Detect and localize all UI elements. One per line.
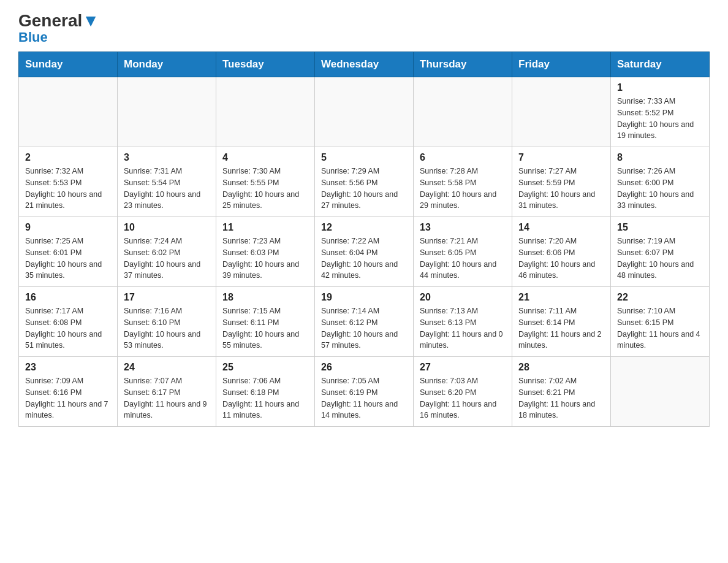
calendar-cell: 14Sunrise: 7:20 AM Sunset: 6:06 PM Dayli… [512, 217, 611, 287]
day-number: 4 [222, 152, 308, 163]
calendar-cell: 10Sunrise: 7:24 AM Sunset: 6:02 PM Dayli… [118, 217, 216, 287]
calendar-week-row: 16Sunrise: 7:17 AM Sunset: 6:08 PM Dayli… [19, 287, 710, 357]
calendar-header-wednesday: Wednesday [315, 52, 414, 77]
day-number: 23 [25, 362, 111, 373]
calendar-cell [611, 357, 710, 427]
calendar-cell: 2Sunrise: 7:32 AM Sunset: 5:53 PM Daylig… [19, 147, 118, 217]
calendar-cell: 18Sunrise: 7:15 AM Sunset: 6:11 PM Dayli… [216, 287, 315, 357]
calendar-week-row: 2Sunrise: 7:32 AM Sunset: 5:53 PM Daylig… [19, 147, 710, 217]
day-info: Sunrise: 7:09 AM Sunset: 6:16 PM Dayligh… [25, 375, 111, 421]
day-number: 10 [124, 222, 210, 233]
calendar-cell: 15Sunrise: 7:19 AM Sunset: 6:07 PM Dayli… [611, 217, 710, 287]
day-number: 26 [321, 362, 407, 373]
calendar-header-saturday: Saturday [611, 52, 710, 77]
day-number: 11 [222, 222, 308, 233]
calendar-header-sunday: Sunday [19, 52, 118, 77]
day-number: 25 [222, 362, 308, 373]
day-number: 21 [518, 292, 604, 303]
day-number: 2 [25, 152, 111, 163]
calendar-cell: 6Sunrise: 7:28 AM Sunset: 5:58 PM Daylig… [414, 147, 512, 217]
day-info: Sunrise: 7:32 AM Sunset: 5:53 PM Dayligh… [25, 166, 111, 212]
calendar-cell: 12Sunrise: 7:22 AM Sunset: 6:04 PM Dayli… [315, 217, 414, 287]
day-info: Sunrise: 7:06 AM Sunset: 6:18 PM Dayligh… [222, 375, 308, 421]
logo: General▼ Blue [18, 12, 99, 45]
calendar-cell [216, 77, 315, 147]
day-info: Sunrise: 7:26 AM Sunset: 6:00 PM Dayligh… [617, 166, 703, 212]
day-info: Sunrise: 7:28 AM Sunset: 5:58 PM Dayligh… [420, 166, 506, 212]
calendar-header-tuesday: Tuesday [216, 52, 315, 77]
calendar-week-row: 23Sunrise: 7:09 AM Sunset: 6:16 PM Dayli… [19, 357, 710, 427]
calendar-cell: 16Sunrise: 7:17 AM Sunset: 6:08 PM Dayli… [19, 287, 118, 357]
calendar-week-row: 9Sunrise: 7:25 AM Sunset: 6:01 PM Daylig… [19, 217, 710, 287]
day-number: 12 [321, 222, 407, 233]
day-info: Sunrise: 7:11 AM Sunset: 6:14 PM Dayligh… [518, 305, 604, 351]
day-number: 28 [518, 362, 604, 373]
logo-triangle-icon: ▼ [82, 11, 99, 30]
day-info: Sunrise: 7:30 AM Sunset: 5:55 PM Dayligh… [222, 166, 308, 212]
page-header: General▼ Blue [18, 12, 710, 45]
calendar-cell: 8Sunrise: 7:26 AM Sunset: 6:00 PM Daylig… [611, 147, 710, 217]
day-info: Sunrise: 7:25 AM Sunset: 6:01 PM Dayligh… [25, 236, 111, 282]
calendar-table: SundayMondayTuesdayWednesdayThursdayFrid… [18, 52, 710, 427]
calendar-header-row: SundayMondayTuesdayWednesdayThursdayFrid… [19, 52, 710, 77]
day-number: 1 [617, 82, 703, 93]
day-info: Sunrise: 7:24 AM Sunset: 6:02 PM Dayligh… [124, 236, 210, 282]
day-info: Sunrise: 7:13 AM Sunset: 6:13 PM Dayligh… [420, 305, 506, 351]
calendar-cell: 20Sunrise: 7:13 AM Sunset: 6:13 PM Dayli… [414, 287, 512, 357]
day-info: Sunrise: 7:14 AM Sunset: 6:12 PM Dayligh… [321, 305, 407, 351]
calendar-cell: 17Sunrise: 7:16 AM Sunset: 6:10 PM Dayli… [118, 287, 216, 357]
calendar-cell: 11Sunrise: 7:23 AM Sunset: 6:03 PM Dayli… [216, 217, 315, 287]
day-info: Sunrise: 7:17 AM Sunset: 6:08 PM Dayligh… [25, 305, 111, 351]
day-info: Sunrise: 7:31 AM Sunset: 5:54 PM Dayligh… [124, 166, 210, 212]
day-number: 16 [25, 292, 111, 303]
day-info: Sunrise: 7:15 AM Sunset: 6:11 PM Dayligh… [222, 305, 308, 351]
day-number: 27 [420, 362, 506, 373]
calendar-cell: 22Sunrise: 7:10 AM Sunset: 6:15 PM Dayli… [611, 287, 710, 357]
calendar-cell [414, 77, 512, 147]
calendar-cell [19, 77, 118, 147]
day-number: 8 [617, 152, 703, 163]
calendar-cell: 21Sunrise: 7:11 AM Sunset: 6:14 PM Dayli… [512, 287, 611, 357]
day-info: Sunrise: 7:29 AM Sunset: 5:56 PM Dayligh… [321, 166, 407, 212]
logo-general-text: General▼ [18, 12, 99, 29]
day-number: 13 [420, 222, 506, 233]
day-number: 17 [124, 292, 210, 303]
day-info: Sunrise: 7:07 AM Sunset: 6:17 PM Dayligh… [124, 375, 210, 421]
calendar-cell: 19Sunrise: 7:14 AM Sunset: 6:12 PM Dayli… [315, 287, 414, 357]
logo-blue-text: Blue [18, 29, 48, 45]
day-number: 7 [518, 152, 604, 163]
day-number: 9 [25, 222, 111, 233]
calendar-cell: 7Sunrise: 7:27 AM Sunset: 5:59 PM Daylig… [512, 147, 611, 217]
day-number: 22 [617, 292, 703, 303]
day-info: Sunrise: 7:22 AM Sunset: 6:04 PM Dayligh… [321, 236, 407, 282]
calendar-cell: 13Sunrise: 7:21 AM Sunset: 6:05 PM Dayli… [414, 217, 512, 287]
calendar-cell: 1Sunrise: 7:33 AM Sunset: 5:52 PM Daylig… [611, 77, 710, 147]
calendar-cell [315, 77, 414, 147]
day-number: 15 [617, 222, 703, 233]
day-number: 6 [420, 152, 506, 163]
calendar-cell: 3Sunrise: 7:31 AM Sunset: 5:54 PM Daylig… [118, 147, 216, 217]
day-number: 3 [124, 152, 210, 163]
calendar-cell: 28Sunrise: 7:02 AM Sunset: 6:21 PM Dayli… [512, 357, 611, 427]
calendar-cell: 26Sunrise: 7:05 AM Sunset: 6:19 PM Dayli… [315, 357, 414, 427]
calendar-cell: 9Sunrise: 7:25 AM Sunset: 6:01 PM Daylig… [19, 217, 118, 287]
day-number: 24 [124, 362, 210, 373]
day-number: 5 [321, 152, 407, 163]
calendar-cell: 24Sunrise: 7:07 AM Sunset: 6:17 PM Dayli… [118, 357, 216, 427]
day-info: Sunrise: 7:19 AM Sunset: 6:07 PM Dayligh… [617, 236, 703, 282]
calendar-cell: 27Sunrise: 7:03 AM Sunset: 6:20 PM Dayli… [414, 357, 512, 427]
day-info: Sunrise: 7:27 AM Sunset: 5:59 PM Dayligh… [518, 166, 604, 212]
day-info: Sunrise: 7:02 AM Sunset: 6:21 PM Dayligh… [518, 375, 604, 421]
day-info: Sunrise: 7:21 AM Sunset: 6:05 PM Dayligh… [420, 236, 506, 282]
day-info: Sunrise: 7:23 AM Sunset: 6:03 PM Dayligh… [222, 236, 308, 282]
day-info: Sunrise: 7:20 AM Sunset: 6:06 PM Dayligh… [518, 236, 604, 282]
calendar-cell [118, 77, 216, 147]
calendar-week-row: 1Sunrise: 7:33 AM Sunset: 5:52 PM Daylig… [19, 77, 710, 147]
calendar-cell: 5Sunrise: 7:29 AM Sunset: 5:56 PM Daylig… [315, 147, 414, 217]
calendar-header-friday: Friday [512, 52, 611, 77]
calendar-cell: 4Sunrise: 7:30 AM Sunset: 5:55 PM Daylig… [216, 147, 315, 217]
day-info: Sunrise: 7:05 AM Sunset: 6:19 PM Dayligh… [321, 375, 407, 421]
day-number: 14 [518, 222, 604, 233]
day-info: Sunrise: 7:03 AM Sunset: 6:20 PM Dayligh… [420, 375, 506, 421]
calendar-header-thursday: Thursday [414, 52, 512, 77]
